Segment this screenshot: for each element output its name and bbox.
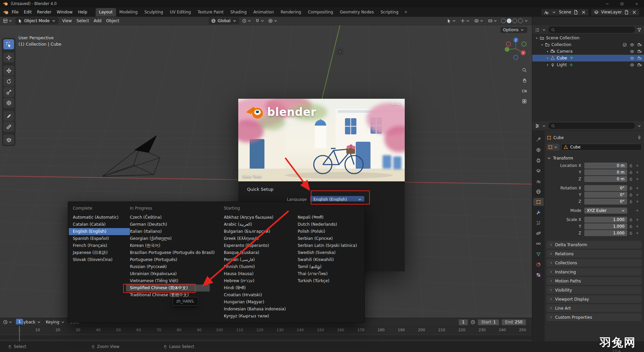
pivot-control[interactable] [241, 18, 253, 23]
language-option-hungarian-magyar[interactable]: Hungarian (Magyar) [220, 299, 294, 306]
animate-dot[interactable] [635, 164, 640, 168]
expander-icon[interactable] [545, 63, 550, 67]
eye-icon[interactable] [630, 56, 634, 60]
tool-scale[interactable] [3, 87, 14, 97]
tab-rendering[interactable]: Rendering [277, 8, 304, 16]
tool-select-box[interactable] [3, 39, 14, 49]
ruler-tick-180[interactable]: 180 [378, 328, 385, 332]
add-workspace-button[interactable]: + [402, 8, 410, 16]
tool-transform[interactable] [3, 98, 14, 108]
timeline-editor-button[interactable] [2, 320, 14, 324]
ruler-tick-190[interactable]: 190 [398, 328, 405, 332]
tab-sculpting[interactable]: Sculpting [141, 8, 166, 16]
transform-panel-header[interactable]: Transform [547, 154, 642, 162]
language-option-tamil[interactable]: Tamil (தமிழ்) [294, 263, 362, 270]
navigation-gizmo[interactable]: Z X [503, 36, 529, 62]
expander-icon[interactable] [540, 43, 545, 47]
viewport-menu-view[interactable]: View [60, 18, 74, 24]
eye-icon[interactable] [630, 63, 634, 67]
viewport-menu-select[interactable]: Select [74, 18, 91, 24]
language-option-persian[interactable]: Persian (فارسی) [220, 256, 294, 263]
outliner-row-cube[interactable]: Cube [532, 55, 644, 61]
ruler-tick-130[interactable]: 130 [277, 328, 284, 332]
zoom-button[interactable] [522, 68, 527, 73]
transform-mode-field[interactable]: XYZ Euler [584, 208, 627, 214]
remove-viewlayer-icon[interactable] [631, 10, 637, 15]
properties-tab-object[interactable] [533, 198, 544, 206]
language-option-automatic-automatic[interactable]: Automatic (Automatic) [69, 214, 130, 221]
cameraview-button[interactable] [522, 88, 527, 93]
filter-icon[interactable] [637, 28, 642, 32]
panel-line-art[interactable]: Line Art [547, 304, 642, 312]
language-option-serbian-latin-srpski-latinica[interactable]: Serbian Latin (Srpski latinica) [294, 242, 362, 249]
ruler-tick-170[interactable]: 170 [357, 328, 364, 332]
ruler-tick-140[interactable]: 140 [297, 328, 304, 332]
xray-toggle[interactable] [487, 18, 499, 23]
camera-icon[interactable] [637, 49, 642, 54]
ruler-tick-220[interactable]: 220 [458, 328, 465, 332]
language-option-polish-polski[interactable]: Polish (Polski) [294, 228, 362, 235]
magnet-control[interactable] [254, 18, 266, 23]
properties-tab-texture[interactable] [533, 271, 544, 279]
new-viewlayer-icon[interactable] [624, 10, 630, 15]
lock-icon[interactable] [627, 177, 635, 181]
timeline-track[interactable] [0, 334, 532, 342]
shading-material-button[interactable] [512, 18, 517, 23]
outliner-row-collection[interactable]: Collection [532, 41, 644, 48]
language-option-slovak-sloven-ina[interactable]: Slovak (Slovenčina) [69, 256, 130, 263]
lock-icon[interactable] [627, 218, 635, 222]
ruler-tick-20[interactable]: 20 [55, 328, 60, 332]
properties-tab-scene[interactable] [533, 177, 544, 185]
ruler-tick-60[interactable]: 60 [136, 328, 141, 332]
transform-y-field[interactable]: 0 m [584, 169, 627, 175]
language-option-japanese[interactable]: Japanese (日本語) [69, 249, 130, 256]
unlink-scene-icon[interactable] [581, 10, 587, 15]
shading-rendered-button[interactable] [518, 18, 523, 23]
tab-animation[interactable]: Animation [250, 8, 277, 16]
camera-icon[interactable] [637, 43, 642, 47]
ortho-button[interactable] [522, 99, 527, 104]
proportional-control[interactable] [267, 18, 279, 23]
ruler-tick-100[interactable]: 100 [216, 328, 223, 332]
panel-collections[interactable]: Collections [547, 259, 642, 267]
panel-relations[interactable]: Relations [547, 250, 642, 258]
editor-type-button[interactable] [2, 18, 14, 23]
language-option-turkish-t-rk-e[interactable]: Turkish (Türkçe) [294, 277, 362, 284]
ruler-tick-200[interactable]: 200 [418, 328, 425, 332]
language-option-french-fran-ais[interactable]: French (Français) [69, 242, 130, 249]
maximize-button[interactable] [614, 0, 629, 7]
eye-icon[interactable] [630, 49, 634, 54]
language-option-czech-e-tina[interactable]: Czech (Čeština) [126, 214, 210, 221]
lock-icon[interactable] [627, 193, 635, 197]
camera-icon[interactable] [637, 56, 642, 60]
outliner-row-camera[interactable]: Camera [532, 48, 644, 55]
ruler-tick-70[interactable]: 70 [156, 328, 161, 332]
tab-modeling[interactable]: Modeling [116, 8, 141, 16]
panel-motion-paths[interactable]: Motion Paths [547, 277, 642, 285]
tool-rotate[interactable] [3, 76, 14, 86]
language-option-catalan-catal[interactable]: Catalan (Català) [69, 221, 130, 228]
tab-texture-paint[interactable]: Texture Paint [194, 8, 227, 16]
lock-icon[interactable] [627, 200, 635, 204]
language-option-bulgarian[interactable]: Bulgarian (Български) [220, 228, 294, 235]
overlays-toggle[interactable] [473, 18, 485, 23]
transform-location-x-field[interactable]: 0 m [584, 163, 627, 169]
tab-shading[interactable]: Shading [227, 8, 250, 16]
language-option-german-deutsch[interactable]: German (Deutsch) [126, 221, 210, 228]
language-option-swahili-kiswahili[interactable]: Swahili (Kiswahili) [294, 256, 362, 263]
ruler-tick-10[interactable]: 10 [35, 328, 40, 332]
language-option-ukrainian[interactable]: Ukrainian (Українська) [126, 270, 210, 277]
current-frame-field[interactable]: 1 [459, 319, 468, 325]
properties-tab-physics[interactable] [533, 229, 544, 237]
transform-scale-x-field[interactable]: 1.000 [584, 217, 627, 223]
id-browse-button[interactable] [547, 144, 559, 150]
properties-tab-viewlayer[interactable] [533, 167, 544, 175]
language-option-indonesian-bahasa-indonesia[interactable]: Indonesian (Bahasa indonesia) [220, 306, 294, 313]
ruler-tick-110[interactable]: 110 [236, 328, 243, 332]
language-option-russian[interactable]: Russian (Русский) [126, 263, 210, 270]
transform-rotation-x-field[interactable]: 0° [584, 185, 627, 191]
language-option-greek[interactable]: Greek (Ελληνικά) [220, 235, 294, 242]
language-option-brazilian-portuguese-portugu-s-do-brasil[interactable]: Brazilian Portuguese (Português do Brasi… [126, 249, 210, 256]
lock-icon[interactable] [627, 224, 635, 228]
animate-dot[interactable] [635, 224, 640, 228]
